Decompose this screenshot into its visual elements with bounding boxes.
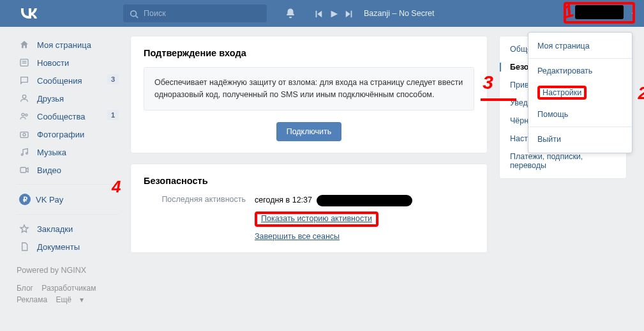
music-icon: [19, 147, 32, 157]
svg-point-9: [23, 134, 26, 136]
sidebar-item-vkpay[interactable]: ₽ VK Pay: [17, 190, 119, 209]
redacted-ip: [317, 195, 412, 206]
svg-point-10: [21, 154, 23, 156]
connect-button[interactable]: Подключить: [276, 122, 342, 141]
sidebar-item-music[interactable]: Музыка: [17, 143, 119, 161]
footer-ads[interactable]: Реклама: [17, 295, 47, 304]
last-activity-label: Последняя активность: [144, 195, 246, 241]
svg-point-6: [22, 113, 24, 116]
top-header: Bazanji – No Secret ▾ 1: [0, 0, 644, 27]
vk-logo[interactable]: [19, 8, 37, 19]
card-security: Безопасность Последняя активность сегодн…: [130, 164, 488, 253]
sidebar-item-bookmarks[interactable]: Закладки: [17, 220, 119, 238]
user-dropdown: Моя страница Редактировать Настройки Пом…: [528, 32, 633, 153]
music-player: Bazanji – No Secret: [314, 8, 434, 19]
footer-links: Блог Разработчикам Реклама Ещё ▾: [17, 284, 119, 304]
sidebar-item-friends[interactable]: Друзья: [17, 89, 119, 107]
sidebar-item-label: Моя страница: [37, 40, 91, 50]
svg-rect-8: [20, 132, 28, 138]
sidebar-item-label: Друзья: [37, 94, 64, 104]
badge-count: 1: [107, 110, 119, 120]
sidebar-item-label: Документы: [37, 242, 80, 252]
dropdown-separator: [528, 58, 632, 59]
svg-line-1: [136, 15, 139, 18]
camera-icon: [19, 129, 32, 139]
next-track-icon[interactable]: [345, 8, 354, 19]
sidebar-item-messages[interactable]: Сообщения 3: [17, 72, 119, 89]
user-icon: [19, 93, 32, 104]
badge-count: 3: [107, 74, 119, 84]
annotation-1: 1: [562, 1, 576, 23]
dropdown-logout[interactable]: Выйти: [528, 130, 632, 149]
chevron-down-icon: ▾: [80, 295, 84, 304]
sidebar-item-my-page[interactable]: Моя страница: [17, 36, 119, 54]
annotation-box-2: Настройки: [537, 86, 587, 100]
sidebar-item-label: Сообщества: [37, 112, 86, 121]
sidebar-item-label: VK Pay: [36, 195, 63, 204]
powered-by: Powered by NGINX: [17, 266, 119, 275]
play-icon[interactable]: [329, 8, 338, 19]
video-icon: [19, 165, 32, 175]
svg-point-0: [131, 11, 137, 17]
end-all-sessions-link[interactable]: Завершить все сеансы: [255, 232, 340, 241]
star-icon: [19, 224, 32, 234]
chevron-down-icon: ▾: [632, 10, 635, 17]
last-activity-value: сегодня в 12:37: [255, 196, 312, 204]
sidebar-item-label: Закладки: [37, 224, 73, 234]
prev-track-icon[interactable]: [314, 8, 323, 19]
svg-rect-12: [20, 167, 26, 173]
sidebar-item-photos[interactable]: Фотографии: [17, 125, 119, 143]
footer-blog[interactable]: Блог: [17, 284, 33, 293]
home-icon: [19, 40, 32, 50]
users-icon: [19, 111, 32, 121]
sidebar-separator: [17, 184, 119, 185]
user-menu-toggle[interactable]: ▾: [617, 0, 644, 27]
sidebar-item-communities[interactable]: Сообщества 1: [17, 107, 119, 125]
show-activity-history-link[interactable]: Показать историю активности: [261, 214, 372, 223]
footer-more[interactable]: Ещё ▾: [56, 295, 90, 304]
sidebar-item-label: Сообщения: [37, 76, 82, 86]
annotation-box-4: Показать историю активности: [255, 212, 378, 227]
dropdown-edit[interactable]: Редактировать: [528, 61, 632, 81]
vkpay-icon: ₽: [19, 194, 31, 205]
sidebar-item-news[interactable]: Новости: [17, 54, 119, 72]
sidebar-separator: [17, 214, 119, 215]
sidebar-item-label: Музыка: [37, 148, 66, 157]
current-track[interactable]: Bazanji – No Secret: [364, 9, 434, 18]
dropdown-my-page[interactable]: Моя страница: [528, 36, 632, 56]
sidebar-item-label: Новости: [37, 58, 69, 68]
search-input[interactable]: [144, 9, 260, 18]
footer-devs[interactable]: Разработчикам: [41, 284, 96, 293]
svg-point-7: [26, 114, 27, 116]
chat-icon: [19, 75, 32, 86]
main-content: Подтверждение входа Обеспечивает надёжну…: [130, 36, 488, 304]
svg-point-5: [22, 95, 26, 98]
svg-point-11: [26, 153, 28, 155]
card-title: Подтверждение входа: [144, 48, 474, 58]
document-icon: [19, 242, 32, 252]
dropdown-settings[interactable]: Настройки: [528, 81, 632, 105]
annotation-4: 4: [112, 177, 121, 197]
info-box: Обеспечивает надёжную защиту от взлома: …: [144, 67, 474, 111]
sidebar-item-label: Видео: [37, 166, 61, 175]
notifications-icon[interactable]: [285, 8, 296, 19]
sidebar-item-documents[interactable]: Документы: [17, 238, 119, 256]
sidebar-item-video[interactable]: Видео: [17, 161, 119, 179]
search-icon: [130, 8, 139, 19]
card-login-confirmation: Подтверждение входа Обеспечивает надёжну…: [130, 36, 488, 153]
dropdown-help[interactable]: Помощь: [528, 105, 632, 124]
dropdown-separator: [528, 127, 632, 127]
left-sidebar: Моя страница Новости Сообщения 3 Друзья …: [17, 36, 119, 304]
news-icon: [19, 58, 32, 68]
sidebar-item-label: Фотографии: [37, 130, 84, 139]
search-box[interactable]: [123, 4, 267, 22]
card-title: Безопасность: [144, 176, 474, 186]
